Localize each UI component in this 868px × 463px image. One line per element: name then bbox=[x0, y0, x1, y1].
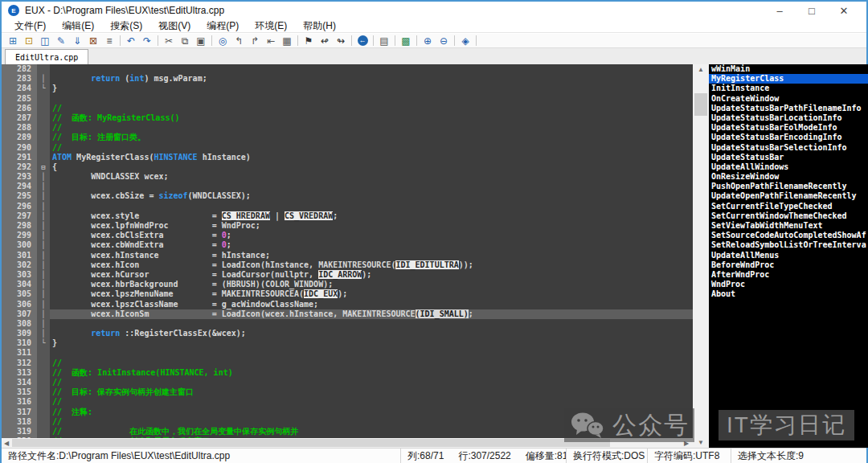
code-line-309[interactable]: 309│ return ::RegisterClassEx(&wcex); bbox=[2, 329, 709, 338]
prev-bookmark-icon[interactable]: ↫ bbox=[317, 34, 333, 47]
symbol-item-SetCurrentFileTypeChecked[interactable]: SetCurrentFileTypeChecked bbox=[709, 202, 868, 211]
replace-icon[interactable]: ⇤ bbox=[263, 34, 279, 47]
code-line-302[interactable]: 302│ wcex.hIcon = LoadIcon(hInstance, MA… bbox=[2, 260, 709, 270]
undo-icon[interactable]: ↶ bbox=[123, 34, 139, 47]
symbol-item-UpdateAllWindows[interactable]: UpdateAllWindows bbox=[709, 162, 868, 172]
code-line-296[interactable]: 296│ bbox=[2, 202, 709, 211]
copy-icon[interactable]: ⧉ bbox=[177, 34, 193, 47]
code-line-300[interactable]: 300│ wcex.cbWndExtra = 0; bbox=[2, 240, 709, 250]
symbol-item-OnCreateWindow[interactable]: OnCreateWindow bbox=[709, 94, 868, 104]
symbol-item-UpdateStatusBarEncodingInfo[interactable]: UpdateStatusBarEncodingInfo bbox=[709, 133, 868, 142]
code-line-291[interactable]: 291ATOM MyRegisterClass(HINSTANCE hInsta… bbox=[2, 153, 709, 162]
code-editor[interactable]: 282283│ return (int) msg.wParam;284└}285… bbox=[2, 64, 709, 438]
code-line-285[interactable]: 285 bbox=[2, 94, 709, 104]
menu-item-0[interactable]: 文件(F) bbox=[6, 19, 54, 33]
code-line-298[interactable]: 298│ wcex.lpfnWndProc = WndProc; bbox=[2, 221, 709, 231]
scroll-down-icon[interactable]: ▼ bbox=[693, 437, 709, 448]
code-line-306[interactable]: 306│ wcex.lpszClassName = g_acWindowClas… bbox=[2, 300, 709, 309]
code-line-292[interactable]: 292⊟{ bbox=[2, 162, 709, 172]
symbol-item-wWinMain[interactable]: wWinMain bbox=[709, 64, 868, 74]
symbol-item-SetCurrentWindowThemeChecked[interactable]: SetCurrentWindowThemeChecked bbox=[709, 211, 868, 221]
horizontal-scrollbar[interactable]: ◀ ▶ bbox=[2, 438, 693, 448]
code-line-317[interactable]: 317// 注释: bbox=[2, 408, 709, 417]
save-all-icon[interactable]: ⇓ bbox=[69, 34, 85, 47]
file-list-icon[interactable]: ≡ bbox=[101, 34, 117, 47]
symbol-item-UpdateStatusBarEolModeInfo[interactable]: UpdateStatusBarEolModeInfo bbox=[709, 123, 868, 133]
scroll-right-icon[interactable]: ▶ bbox=[682, 438, 691, 448]
fold-collapse-icon[interactable]: ⊟ bbox=[37, 162, 50, 172]
code-line-318[interactable]: 318// bbox=[2, 417, 709, 427]
replace-all-icon[interactable]: ▦ bbox=[279, 34, 295, 47]
symbol-item-SetViewTabWidthMenuText[interactable]: SetViewTabWidthMenuText bbox=[709, 221, 868, 231]
code-line-311[interactable]: 311 bbox=[2, 348, 709, 358]
symbol-item-UpdateAllMenus[interactable]: UpdateAllMenus bbox=[709, 251, 868, 260]
code-line-304[interactable]: 304│ wcex.hbrBackground = (HBRUSH)(COLOR… bbox=[2, 280, 709, 289]
code-line-294[interactable]: 294│ bbox=[2, 182, 709, 191]
menu-item-2[interactable]: 搜索(S) bbox=[102, 19, 150, 33]
code-line-319[interactable]: 319// 在此函数中，我们在全局变量中保存实例句柄并 bbox=[2, 427, 709, 436]
open-file-icon[interactable]: ⊡ bbox=[21, 34, 37, 47]
code-line-299[interactable]: 299│ wcex.cbClsExtra = 0; bbox=[2, 231, 709, 240]
symbol-item-UpdateStatusBar[interactable]: UpdateStatusBar bbox=[709, 153, 868, 162]
new-file-icon[interactable]: ⊞ bbox=[5, 34, 21, 47]
code-line-310[interactable]: 310└} bbox=[2, 338, 709, 348]
code-line-295[interactable]: 295│ wcex.cbSize = sizeof(WNDCLASSEX); bbox=[2, 191, 709, 201]
code-line-303[interactable]: 303│ wcex.hCursor = LoadCursor(nullptr, … bbox=[2, 270, 709, 280]
code-line-282[interactable]: 282 bbox=[2, 64, 709, 74]
symbol-item-SetSourceCodeAutoCompletedShowAf[interactable]: SetSourceCodeAutoCompletedShowAf bbox=[709, 231, 868, 240]
code-line-284[interactable]: 284└} bbox=[2, 84, 709, 93]
menu-item-6[interactable]: 帮助(H) bbox=[295, 19, 344, 33]
menu-item-3[interactable]: 视图(V) bbox=[150, 19, 199, 33]
horizontal-scrollbar-thumb[interactable] bbox=[12, 439, 610, 447]
symbol-item-InitInstance[interactable]: InitInstance bbox=[709, 84, 868, 93]
next-bookmark-icon[interactable]: ↬ bbox=[333, 34, 349, 47]
export-image-icon[interactable]: ▩ bbox=[398, 34, 414, 47]
close-button[interactable]: ✕ bbox=[828, 2, 860, 19]
code-line-290[interactable]: 290// bbox=[2, 143, 709, 153]
code-line-288[interactable]: 288// bbox=[2, 123, 709, 133]
symbol-item-PushOpenPathFilenameRecently[interactable]: PushOpenPathFilenameRecently bbox=[709, 182, 868, 191]
zoom-in-icon[interactable]: ⊕ bbox=[420, 34, 436, 47]
scroll-left-icon[interactable]: ◀ bbox=[2, 438, 11, 448]
code-line-297[interactable]: 297│ wcex.style = CS_HREDRAW | CS_VREDRA… bbox=[2, 211, 709, 221]
save-as-icon[interactable]: ✎ bbox=[53, 34, 69, 47]
symbol-item-UpdateStatusBarPathFilenameInfo[interactable]: UpdateStatusBarPathFilenameInfo bbox=[709, 104, 868, 113]
symbol-item-UpdateStatusBarSelectionInfo[interactable]: UpdateStatusBarSelectionInfo bbox=[709, 143, 868, 153]
title-bar[interactable]: E EUX - D:\Program Files\EUX\test\EditUl… bbox=[2, 2, 866, 19]
about-icon[interactable]: ◈ bbox=[457, 34, 473, 47]
scroll-up-icon[interactable]: ▲ bbox=[693, 64, 709, 75]
paste-icon[interactable]: ▣ bbox=[193, 34, 209, 47]
symbol-item-WndProc[interactable]: WndProc bbox=[709, 280, 868, 289]
symbol-list-icon[interactable]: ▤ bbox=[376, 34, 392, 47]
save-icon[interactable]: ◫ bbox=[37, 34, 53, 47]
code-line-314[interactable]: 314// bbox=[2, 378, 709, 387]
maximize-button[interactable]: □ bbox=[796, 2, 828, 19]
redo-icon[interactable]: ↷ bbox=[139, 34, 155, 47]
symbol-item-OnResizeWindow[interactable]: OnResizeWindow bbox=[709, 172, 868, 182]
bookmark-icon[interactable]: ⚑ bbox=[301, 34, 317, 47]
menu-item-4[interactable]: 编程(P) bbox=[199, 19, 247, 33]
code-line-287[interactable]: 287// 函数: MyRegisterClass() bbox=[2, 113, 709, 123]
vertical-scrollbar-thumb[interactable] bbox=[694, 93, 707, 116]
tab-editultra-cpp[interactable]: EditUltra.cpp bbox=[5, 49, 88, 64]
code-line-307[interactable]: 307│ wcex.hIconSm = LoadIcon(wcex.hInsta… bbox=[2, 309, 709, 319]
minimize-button[interactable]: – bbox=[764, 2, 796, 19]
symbol-item-UpdateStatusBarLocationInfo[interactable]: UpdateStatusBarLocationInfo bbox=[709, 113, 868, 123]
find-prev-icon[interactable]: ↰ bbox=[231, 34, 247, 47]
find-icon[interactable]: ◎ bbox=[215, 34, 231, 47]
cut-icon[interactable]: ✂ bbox=[161, 34, 177, 47]
code-line-316[interactable]: 316// bbox=[2, 397, 709, 407]
zoom-out-icon[interactable]: ⊖ bbox=[436, 34, 452, 47]
find-next-icon[interactable]: ↱ bbox=[247, 34, 263, 47]
symbol-item-MyRegisterClass[interactable]: MyRegisterClass bbox=[709, 74, 868, 84]
symbol-item-SetReloadSymbolListOrTreeInterva[interactable]: SetReloadSymbolListOrTreeInterva bbox=[709, 240, 868, 250]
close-file-icon[interactable]: ⊠ bbox=[85, 34, 101, 47]
vertical-scrollbar[interactable]: ▲ ▼ bbox=[693, 64, 709, 448]
symbol-item-BeforeWndProc[interactable]: BeforeWndProc bbox=[709, 260, 868, 270]
code-line-286[interactable]: 286// bbox=[2, 104, 709, 113]
symbol-item-About[interactable]: About bbox=[709, 289, 868, 299]
code-line-293[interactable]: 293│ WNDCLASSEX wcex; bbox=[2, 172, 709, 182]
menu-item-5[interactable]: 环境(E) bbox=[247, 19, 295, 33]
menu-item-1[interactable]: 编辑(E) bbox=[54, 19, 102, 33]
symbol-item-AfterWndProc[interactable]: AfterWndProc bbox=[709, 270, 868, 280]
